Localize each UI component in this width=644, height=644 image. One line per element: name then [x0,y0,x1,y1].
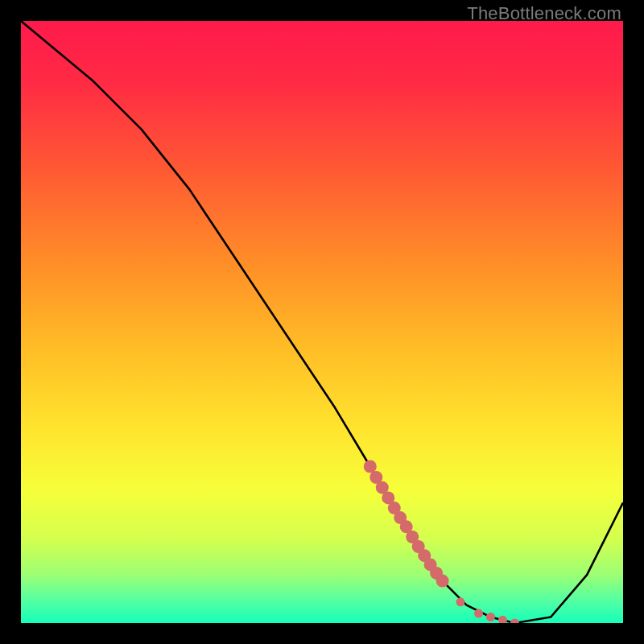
marker-dot [456,597,465,606]
marker-dot [486,613,495,621]
watermark-text: TheBottleneck.com [467,3,621,24]
chart-frame [21,21,623,623]
marker-dot [364,460,377,473]
marker-dot [474,609,483,618]
gradient-background [21,21,623,623]
marker-dot [436,575,449,588]
bottleneck-chart [21,21,623,623]
